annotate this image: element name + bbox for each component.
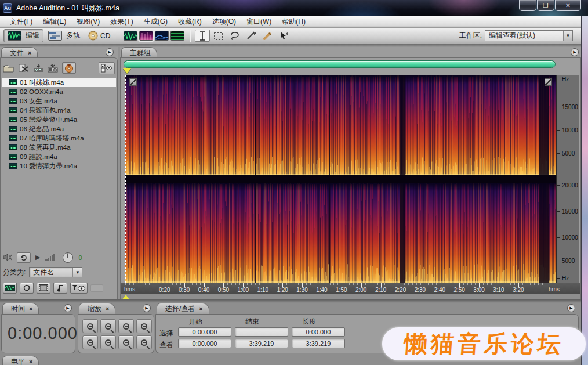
chevron-down-icon[interactable]: ▼: [72, 268, 82, 277]
spectral-pan-view-button[interactable]: [155, 31, 169, 41]
view-start-field[interactable]: 0:00.000: [178, 339, 231, 348]
range-zoom-bar[interactable]: [124, 60, 556, 68]
marquee-selection-tool[interactable]: [211, 30, 226, 42]
time-panel-tab-label: 时间: [11, 304, 25, 314]
volume-knob[interactable]: [62, 252, 74, 263]
workspace-select[interactable]: 编辑查看(默认) ▼: [485, 30, 573, 41]
audio-file-icon: [9, 107, 17, 113]
freq-tick-label: 15000: [562, 104, 578, 110]
frequency-ruler[interactable]: Hz150001000050002000015000100005000Hz: [556, 75, 579, 283]
timeline-ruler[interactable]: hms hms 0:200:300:400:501:001:101:201:30…: [121, 283, 581, 294]
levels-tab-close-icon[interactable]: ×: [29, 359, 32, 364]
zoom-out-vertical-button[interactable]: [136, 335, 152, 349]
menu-item-options[interactable]: 选项(O): [207, 16, 241, 28]
zoom-selection-right-button[interactable]: [100, 335, 116, 349]
selection-length-field[interactable]: 0:00.000: [292, 327, 345, 337]
spectrogram-canvas[interactable]: [125, 75, 556, 283]
minimize-button[interactable]: —: [519, 0, 536, 11]
lasso-selection-tool[interactable]: [227, 30, 242, 42]
zoom-tab-close-icon[interactable]: ×: [106, 306, 109, 312]
file-tab-close-icon[interactable]: ×: [28, 50, 31, 56]
show-video-files-button[interactable]: [37, 283, 50, 294]
spectral-frequency-view-button[interactable]: [139, 31, 153, 41]
selection-end-field[interactable]: [235, 327, 288, 337]
view-end-field[interactable]: 3:39.219: [235, 339, 288, 348]
selection-tab-close-icon[interactable]: ×: [199, 306, 202, 312]
loop-playback-button[interactable]: [17, 252, 31, 263]
spectral-handle-left[interactable]: [129, 78, 137, 86]
multitrack-view-button[interactable]: 多轨: [45, 30, 84, 42]
menu-item-view[interactable]: 视图(V): [71, 16, 105, 28]
zoom-out-horizontal-button[interactable]: [100, 319, 116, 333]
file-list-item[interactable]: 09 誰説.m4a: [2, 152, 116, 161]
playhead-marker-bottom[interactable]: [122, 295, 130, 299]
file-panel-tab[interactable]: 文件 ×: [1, 47, 38, 58]
waveform-view-button[interactable]: [124, 31, 137, 41]
file-list-item[interactable]: 10 愛情彈力帶.m4a: [2, 161, 116, 171]
cd-view-button[interactable]: CD: [85, 30, 114, 42]
menu-item-effects[interactable]: 效果(T): [105, 16, 138, 28]
freq-tick-mark: [557, 278, 560, 279]
edit-view-button[interactable]: 编辑: [3, 29, 43, 42]
menu-item-help[interactable]: 帮助(H): [277, 16, 311, 28]
show-midi-files-button[interactable]: [53, 283, 67, 294]
selection-panel-menu-button[interactable]: ▶: [567, 304, 575, 312]
sort-select[interactable]: 文件名 ▼: [29, 267, 82, 277]
maximize-button[interactable]: ❐: [537, 0, 554, 11]
zoom-panel-menu-button[interactable]: ▶: [143, 304, 151, 312]
file-list-item[interactable]: 05 戀愛夢遊中.m4a: [2, 115, 116, 124]
playhead-marker-top[interactable]: [123, 68, 131, 74]
levels-panel-tab[interactable]: 电平 ×: [2, 356, 39, 365]
file-panel-menu-button[interactable]: ▶: [106, 48, 114, 56]
file-list-item[interactable]: 03 女生.m4a: [2, 96, 116, 106]
file-list-item[interactable]: 04 果酱面包.m4a: [2, 106, 116, 115]
close-file-button[interactable]: [19, 64, 29, 73]
file-list-item[interactable]: 01 叫姊姊.m4a: [2, 78, 116, 87]
file-list-item[interactable]: 07 哈庫呐瑪塔塔.m4a: [2, 133, 116, 143]
play-file-button[interactable]: ▶: [35, 254, 40, 261]
file-list-item[interactable]: 08 笨蛋再見.m4a: [2, 143, 116, 152]
insert-cd-list-button[interactable]: [48, 63, 58, 73]
hybrid-tool[interactable]: [276, 30, 291, 42]
menu-item-favorites[interactable]: 收藏(R): [173, 16, 207, 28]
view-length-field[interactable]: 3:39.219: [292, 339, 345, 348]
selection-panel-tab[interactable]: 选择/查看 ×: [157, 303, 209, 314]
menu-item-generate[interactable]: 生成(G): [139, 16, 173, 28]
advanced-options-filter-button[interactable]: [70, 283, 88, 294]
spectral-phase-view-button[interactable]: [170, 31, 184, 41]
insert-cd-button[interactable]: [62, 62, 76, 74]
auto-play-icon[interactable]: [3, 254, 12, 261]
time-panel-menu-button[interactable]: ▶: [64, 304, 72, 312]
time-panel-tab[interactable]: 时间 ×: [2, 303, 39, 314]
menu-item-file[interactable]: 文件(F): [5, 16, 38, 28]
import-file-button[interactable]: [3, 64, 14, 73]
zoom-in-vertical-button[interactable]: [118, 335, 134, 349]
insert-multitrack-button[interactable]: [33, 63, 43, 73]
scrub-tool[interactable]: [244, 30, 259, 42]
volume-bars-icon[interactable]: [45, 254, 57, 261]
time-selection-tool[interactable]: [195, 30, 210, 42]
selection-start-field[interactable]: 0:00.000: [178, 327, 231, 337]
playhead-line[interactable]: [125, 75, 126, 283]
zoom-out-full-button[interactable]: [118, 319, 134, 333]
main-group-tab[interactable]: 主群组: [121, 47, 157, 58]
file-list-item[interactable]: 06 紀念品.m4a: [2, 124, 116, 133]
show-loop-files-button[interactable]: [20, 283, 34, 294]
zoom-panel-tab[interactable]: 缩放 ×: [79, 303, 115, 314]
zoom-selection-left-button[interactable]: [82, 335, 98, 349]
show-audio-files-button[interactable]: [3, 283, 17, 294]
menu-item-edit[interactable]: 编辑(E): [38, 16, 71, 28]
zoom-in-horizontal-button[interactable]: [82, 319, 98, 333]
time-tab-close-icon[interactable]: ×: [29, 306, 32, 312]
main-panel-menu-button[interactable]: ▶: [571, 48, 579, 56]
close-button[interactable]: ✕: [555, 0, 581, 11]
zoom-to-selection-button[interactable]: [136, 319, 152, 333]
spectral-display[interactable]: [125, 75, 556, 283]
menu-item-window[interactable]: 窗口(W): [241, 16, 277, 28]
file-panel-options-button[interactable]: [99, 62, 115, 74]
scroll-indicator-strip[interactable]: [121, 294, 581, 299]
file-list-item[interactable]: 02 OOXX.m4a: [2, 87, 116, 96]
paintbrush-tool[interactable]: [260, 30, 275, 42]
spectral-handle-right[interactable]: [545, 78, 552, 86]
chevron-down-icon[interactable]: ▼: [563, 31, 572, 41]
